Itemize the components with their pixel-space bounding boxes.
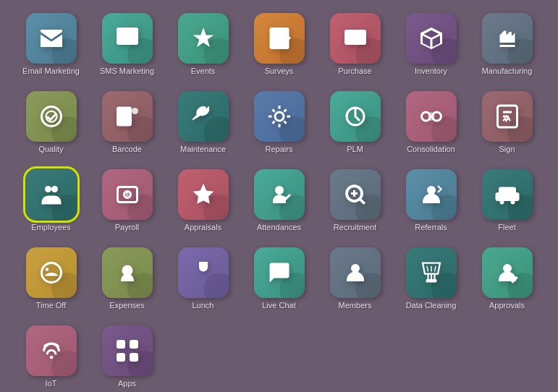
svg-text:$: $ xyxy=(124,265,129,274)
app-icon-members xyxy=(330,247,381,298)
svg-point-35 xyxy=(49,356,53,359)
svg-point-12 xyxy=(428,112,434,121)
app-label-fleet: Fleet xyxy=(498,223,515,232)
app-label-appraisals: Appraisals xyxy=(185,223,221,232)
svg-point-29 xyxy=(274,269,276,272)
app-icon-manufacturing xyxy=(482,13,533,64)
app-icon-sms-marketing: SMS xyxy=(102,13,153,64)
svg-point-15 xyxy=(51,186,58,192)
app-icon-referrals xyxy=(406,169,457,220)
app-item-expenses[interactable]: $Expenses xyxy=(93,238,161,310)
app-label-attendances: Attendances xyxy=(257,223,301,232)
svg-point-23 xyxy=(499,200,504,204)
app-icon-quality xyxy=(26,91,77,142)
app-item-quality[interactable]: Quality xyxy=(17,82,85,154)
app-label-purchase: Purchase xyxy=(338,67,371,76)
app-label-time-off: Time Off xyxy=(36,301,67,310)
app-item-email-marketing[interactable]: Email Marketing xyxy=(17,4,85,76)
svg-point-26 xyxy=(45,268,48,271)
app-item-repairs[interactable]: Repairs xyxy=(245,82,313,154)
app-item-inventory[interactable]: Inventory xyxy=(397,4,465,76)
app-item-appraisals[interactable]: Appraisals xyxy=(169,160,237,232)
app-item-lunch[interactable]: Lunch xyxy=(169,238,237,310)
app-item-plm[interactable]: PLM xyxy=(321,82,389,154)
app-label-plm: PLM xyxy=(347,145,363,154)
app-item-payroll[interactable]: $Payroll xyxy=(93,160,161,232)
app-item-time-off[interactable]: Time Off xyxy=(17,238,85,310)
app-item-recruitment[interactable]: Recruitment xyxy=(321,160,389,232)
app-label-manufacturing: Manufacturing xyxy=(482,67,533,76)
app-item-manufacturing[interactable]: Manufacturing xyxy=(473,4,541,76)
svg-point-8 xyxy=(275,112,284,121)
app-item-surveys[interactable]: Surveys xyxy=(245,4,313,76)
app-item-attendances[interactable]: Attendances xyxy=(245,160,313,232)
app-item-maintenance[interactable]: Maintenance xyxy=(169,82,237,154)
app-label-quality: Quality xyxy=(38,145,63,154)
svg-point-34 xyxy=(503,264,512,273)
app-item-approvals[interactable]: Approvals xyxy=(473,238,541,310)
app-icon-expenses: $ xyxy=(102,247,153,298)
app-icon-apps xyxy=(102,325,153,376)
app-item-consolidation[interactable]: Consolidation xyxy=(397,82,465,154)
svg-rect-2 xyxy=(269,27,289,49)
app-label-approvals: Approvals xyxy=(489,301,525,310)
svg-rect-36 xyxy=(117,340,125,349)
app-icon-consolidation xyxy=(406,91,457,142)
app-label-sign: Sign xyxy=(499,145,515,154)
app-icon-repairs xyxy=(254,91,305,142)
app-item-referrals[interactable]: Referrals xyxy=(397,160,465,232)
svg-point-21 xyxy=(427,186,436,195)
app-label-repairs: Repairs xyxy=(266,145,293,154)
app-icon-payroll: $ xyxy=(102,169,153,220)
app-item-iot[interactable]: IoT xyxy=(17,316,85,388)
svg-point-19 xyxy=(275,186,284,195)
svg-rect-37 xyxy=(130,340,138,349)
app-icon-sign xyxy=(482,91,533,142)
app-label-data-cleaning: Data Cleaning xyxy=(406,301,457,310)
app-label-iot: IoT xyxy=(46,379,57,388)
app-label-live-chat: Live Chat xyxy=(262,301,295,310)
svg-point-31 xyxy=(282,269,285,272)
svg-point-7 xyxy=(132,108,138,114)
svg-rect-38 xyxy=(117,353,125,362)
svg-point-14 xyxy=(45,186,51,192)
app-icon-email-marketing xyxy=(26,13,77,64)
app-icon-employees xyxy=(26,169,77,220)
app-item-sms-marketing[interactable]: SMSSMS Marketing xyxy=(93,4,161,76)
app-label-payroll: Payroll xyxy=(115,223,140,232)
app-item-barcode[interactable]: Barcode xyxy=(93,82,161,154)
app-icon-maintenance xyxy=(178,91,229,142)
app-item-purchase[interactable]: Purchase xyxy=(321,4,389,76)
svg-text:SMS: SMS xyxy=(122,29,133,35)
app-label-employees: Employees xyxy=(31,223,70,232)
app-grid: Email MarketingSMSSMS MarketingEventsSur… xyxy=(9,0,549,392)
app-item-events[interactable]: Events xyxy=(169,4,237,76)
app-item-data-cleaning[interactable]: Data Cleaning xyxy=(397,238,465,310)
svg-rect-22 xyxy=(495,192,519,201)
app-item-live-chat[interactable]: Live Chat xyxy=(245,238,313,310)
app-item-sign[interactable]: Sign xyxy=(473,82,541,154)
app-icon-time-off xyxy=(26,247,77,298)
app-icon-attendances xyxy=(254,169,305,220)
app-label-recruitment: Recruitment xyxy=(334,223,376,232)
app-label-sms-marketing: SMS Marketing xyxy=(100,67,154,76)
app-label-lunch: Lunch xyxy=(193,301,214,310)
app-icon-inventory xyxy=(406,13,457,64)
svg-rect-33 xyxy=(426,279,436,283)
app-label-events: Events xyxy=(191,67,216,76)
app-icon-iot xyxy=(26,325,77,376)
app-item-employees[interactable]: Employees xyxy=(17,160,85,232)
app-label-email-marketing: Email Marketing xyxy=(22,67,80,76)
app-item-apps[interactable]: Apps xyxy=(93,316,161,388)
app-label-members: Members xyxy=(339,301,372,310)
app-icon-approvals xyxy=(482,247,533,298)
svg-rect-39 xyxy=(130,353,138,362)
svg-point-32 xyxy=(351,264,360,273)
app-icon-data-cleaning xyxy=(406,247,457,298)
app-label-consolidation: Consolidation xyxy=(407,145,455,154)
app-item-members[interactable]: Members xyxy=(321,238,389,310)
app-item-fleet[interactable]: Fleet xyxy=(473,160,541,232)
app-icon-fleet xyxy=(482,169,533,220)
app-icon-plm xyxy=(330,91,381,142)
svg-rect-3 xyxy=(344,30,366,45)
